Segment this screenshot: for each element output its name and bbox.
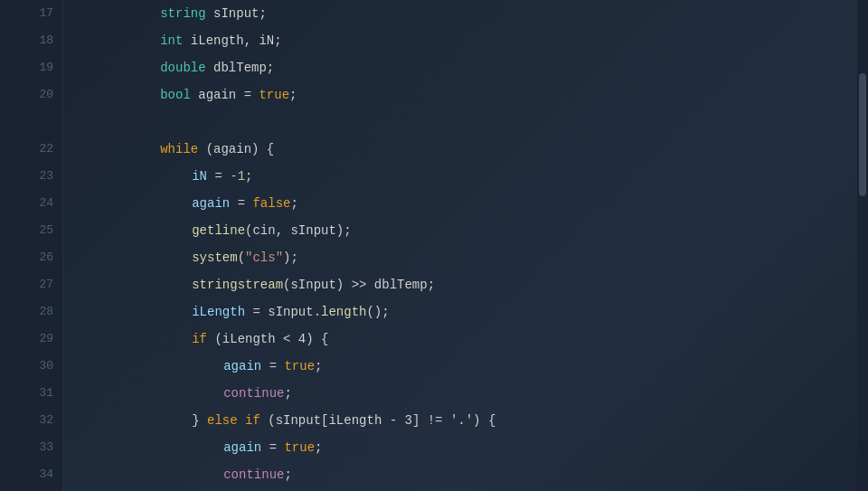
token-plain: ; [289,88,297,102]
token-kw: true [259,88,289,102]
code-line-20: bool again = true; [81,81,868,109]
line-num-34: 34 [0,461,53,488]
line-gutter: 17 18 19 20 22 − 23 24 25 26 27 28 29 30… [0,0,63,491]
scrollbar[interactable] [857,0,868,491]
scrollbar-thumb[interactable] [859,73,866,196]
line-num-blank [0,109,53,136]
token-plain: ; [315,359,322,373]
line-num-19: 19 [0,54,53,81]
line-num-27: 27 [0,271,53,298]
token-type: bool [160,88,191,102]
line-num-30: 30 [0,353,53,380]
line-num-24: 24 [0,190,53,217]
line-num-26: 26 [0,244,53,271]
code-content: string sInput; int iLength, iN; double d… [63,0,868,491]
code-editor: 17 18 19 20 22 − 23 24 25 26 27 28 29 30… [0,0,868,491]
line-num-23: 23 [0,163,53,190]
line-num-22: 22 − [0,136,53,163]
line-num-32: 32 [0,407,53,434]
line-num-20: 20 [0,81,53,109]
line-num-28: 28 [0,298,53,326]
line-num-33: 33 [0,434,53,461]
line-num-25: 25 [0,217,53,244]
token-plain: again = [191,88,259,102]
line-num-31: 31 [0,380,53,407]
line-num-18: 18 [0,27,53,54]
line-num-17: 17 [0,0,53,27]
token-plain: ; [315,440,322,455]
line-num-29: 29 [0,326,53,353]
token-plain: (); [366,305,389,319]
